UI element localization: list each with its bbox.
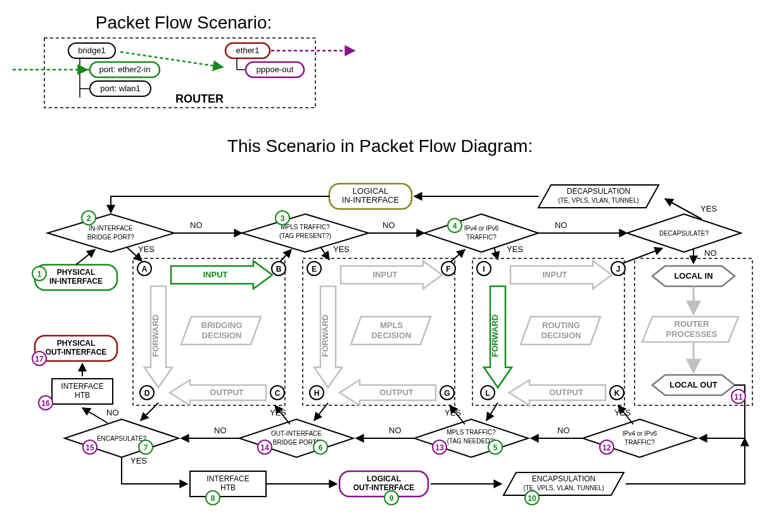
svg-text:H: H [314, 389, 320, 398]
svg-text:7: 7 [144, 443, 148, 452]
svg-text:NO: NO [704, 248, 717, 258]
svg-text:10: 10 [528, 494, 536, 503]
svg-text:F: F [446, 265, 450, 274]
main-title: This Scenario in Packet Flow Diagram: [227, 136, 533, 156]
svg-text:E: E [312, 265, 317, 274]
svg-text:LOCAL OUT: LOCAL OUT [669, 380, 718, 390]
svg-text:15: 15 [86, 443, 94, 452]
svg-text:L: L [485, 389, 490, 398]
svg-text:(TE, VPLS, VLAN, TUNNEL): (TE, VPLS, VLAN, TUNNEL) [523, 484, 604, 491]
svg-text:17: 17 [35, 355, 44, 364]
svg-text:J: J [616, 265, 621, 274]
svg-text:FORWARD: FORWARD [151, 315, 160, 357]
svg-text:A: A [142, 265, 148, 274]
d-ipv4-ipv6-out [583, 419, 697, 457]
d-out-bridge-port [239, 419, 353, 457]
svg-text:BRIDGE PORT?: BRIDGE PORT? [273, 439, 320, 446]
svg-text:YES: YES [333, 244, 350, 254]
svg-text:NO: NO [389, 426, 402, 435]
svg-text:12: 12 [602, 443, 611, 452]
svg-text:PHYSICAL: PHYSICAL [57, 268, 96, 277]
svg-text:DECISION: DECISION [542, 331, 581, 340]
d-in-bridge-port [48, 214, 174, 252]
svg-text:MPLS TRAFFIC?: MPLS TRAFFIC? [446, 429, 496, 436]
svg-text:NO: NO [214, 426, 227, 435]
svg-text:4: 4 [453, 222, 457, 231]
top-title: Packet Flow Scenario: [96, 13, 272, 32]
svg-text:YES: YES [270, 408, 286, 417]
svg-text:IN-INTERFACE: IN-INTERFACE [89, 225, 133, 232]
svg-text:G: G [444, 389, 450, 398]
svg-text:YES: YES [138, 244, 155, 254]
svg-text:(TAG NEEDED?): (TAG NEEDED?) [447, 438, 496, 445]
svg-text:8: 8 [211, 494, 215, 503]
svg-text:INTERFACE: INTERFACE [61, 382, 103, 391]
svg-line-77 [320, 247, 329, 260]
svg-text:B: B [276, 265, 282, 274]
svg-text:DECAPSULATION: DECAPSULATION [567, 187, 630, 196]
svg-text:OUT-INTERFACE: OUT-INTERFACE [271, 430, 322, 437]
svg-text:BRIDGING: BRIDGING [201, 320, 243, 330]
svg-text:OUTPUT: OUTPUT [379, 388, 414, 397]
svg-text:LOCAL IN: LOCAL IN [674, 271, 712, 281]
svg-text:INPUT: INPUT [373, 270, 398, 279]
svg-text:ROUTING: ROUTING [542, 320, 580, 330]
svg-text:NO: NO [557, 426, 570, 435]
svg-text:ether1: ether1 [236, 46, 260, 55]
svg-text:13: 13 [435, 443, 444, 452]
svg-text:YES: YES [700, 204, 717, 213]
svg-text:3: 3 [281, 214, 285, 223]
svg-text:(TE, VPLS, VLAN, TUNNEL): (TE, VPLS, VLAN, TUNNEL) [558, 197, 639, 204]
svg-text:5: 5 [493, 443, 498, 452]
svg-text:OUT-INTERFACE: OUT-INTERFACE [353, 483, 415, 492]
svg-text:IPv4 or IPv6: IPv4 or IPv6 [464, 225, 499, 232]
svg-text:port: wlan1: port: wlan1 [100, 84, 141, 93]
svg-text:MPLS: MPLS [380, 320, 403, 330]
svg-text:YES: YES [445, 408, 461, 417]
svg-text:IPv4 or IPv6: IPv4 or IPv6 [623, 430, 657, 437]
svg-text:6: 6 [319, 443, 323, 452]
svg-text:DECISION: DECISION [202, 331, 242, 340]
svg-text:OUTPUT: OUTPUT [549, 388, 583, 397]
svg-text:YES: YES [507, 244, 523, 254]
svg-text:FORWARD: FORWARD [320, 315, 330, 357]
svg-text:INPUT: INPUT [543, 270, 567, 279]
svg-text:16: 16 [41, 399, 50, 408]
svg-text:14: 14 [260, 443, 269, 452]
svg-text:9: 9 [390, 494, 394, 503]
svg-text:INTERFACE: INTERFACE [206, 474, 249, 483]
svg-text:IN-INTERFACE: IN-INTERFACE [49, 277, 103, 286]
svg-text:NO: NO [555, 220, 567, 230]
svg-text:HTB: HTB [75, 391, 90, 400]
svg-text:NO: NO [383, 220, 395, 230]
svg-text:TRAFFIC?: TRAFFIC? [624, 439, 655, 446]
svg-text:INPUT: INPUT [203, 270, 228, 279]
svg-text:PHYSICAL: PHYSICAL [57, 339, 96, 348]
svg-text:LOGICAL: LOGICAL [367, 474, 401, 483]
svg-text:ROUTER: ROUTER [674, 319, 710, 329]
svg-text:OUTPUT: OUTPUT [210, 388, 244, 397]
svg-text:pppoe-out: pppoe-out [256, 65, 294, 74]
svg-text:TRAFFIC?: TRAFFIC? [466, 234, 497, 241]
svg-text:MPLS TRAFFIC?: MPLS TRAFFIC? [281, 224, 330, 231]
svg-text:11: 11 [734, 393, 743, 402]
svg-text:ENCAPSULATION: ENCAPSULATION [532, 474, 595, 483]
svg-text:NO: NO [106, 408, 119, 417]
svg-text:I: I [483, 265, 484, 274]
svg-line-99 [314, 403, 328, 421]
svg-text:DECISION: DECISION [372, 331, 412, 340]
svg-text:NO: NO [190, 220, 203, 230]
packet-flow-diagram: Packet Flow Scenario: bridge1 port: ethe… [0, 0, 760, 532]
svg-text:port: ether2-in: port: ether2-in [99, 65, 151, 74]
svg-text:PROCESSES: PROCESSES [666, 329, 718, 339]
svg-text:BRIDGE PORT?: BRIDGE PORT? [87, 234, 135, 241]
svg-text:ENCAPSULATE?: ENCAPSULATE? [97, 435, 147, 442]
router-label: ROUTER [175, 92, 224, 105]
svg-line-79 [494, 247, 498, 260]
svg-text:YES: YES [614, 408, 631, 417]
svg-text:K: K [614, 389, 620, 398]
svg-text:FORWARD: FORWARD [490, 315, 500, 357]
svg-text:D: D [144, 389, 150, 398]
svg-text:HTB: HTB [220, 483, 236, 492]
svg-text:YES: YES [130, 456, 147, 466]
